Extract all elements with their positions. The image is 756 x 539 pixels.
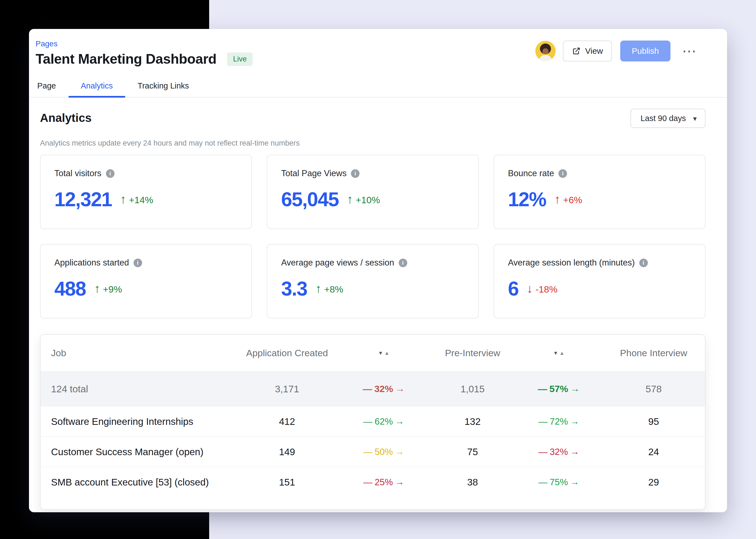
flow-arrow-icon: → [570,416,579,426]
section-title: Analytics [40,112,92,124]
section-subtitle: Analytics metrics update every 24 hours … [40,139,706,147]
more-menu-icon[interactable]: ⋯ [682,44,697,58]
header-actions: View Publish ⋯ [535,40,697,61]
view-button[interactable]: View [563,40,612,61]
table-row[interactable]: Software Engineering Internships 412 —62… [41,406,705,436]
trend-up-icon: ↑ [94,282,100,295]
info-icon[interactable]: i [106,169,115,178]
application-created-value: 149 [236,437,337,467]
sort-icon[interactable]: ▼▲ [516,335,602,371]
conversion-value: 32% [374,383,393,394]
conversion-cell: —32%→ [516,437,602,467]
conversion-value: 62% [375,416,393,427]
pre-interview-value: 132 [430,406,515,436]
metric-grid: Total visitors i 12,321 ↑ +14% Total Pag… [40,155,706,318]
metric-label: Total visitors [54,169,102,178]
conversion-cell: —57%→ [516,372,602,406]
conversion-cell: —75%→ [516,467,602,497]
metric-label: Average session length (minutes) [508,258,635,268]
flow-arrow-icon: → [570,383,580,394]
flow-arrow-icon: → [570,477,579,487]
info-icon[interactable]: i [639,259,648,267]
column-header-phone-interview[interactable]: Phone Interview [602,335,705,371]
conversion-cell: —25%→ [337,467,430,497]
app-window: Pages Talent Marketing Dashboard Live [29,29,727,512]
external-link-icon [572,46,581,55]
conversion-cell: —50%→ [337,437,430,467]
breadcrumb[interactable]: Pages [36,39,253,48]
date-range-select[interactable]: Last 90 days ▾ [630,109,706,128]
conversion-cell: —62%→ [337,406,430,436]
dash-glyph: — [538,383,547,394]
info-icon[interactable]: i [351,169,359,178]
analytics-section: Analytics Last 90 days ▾ Analytics metri… [29,98,727,510]
pre-interview-value: 38 [430,467,515,497]
total-phone-interview: 578 [602,372,705,406]
sort-desc-icon: ▼ [553,350,558,356]
metric-value: 65,045 [281,190,338,209]
column-header-pre-interview[interactable]: Pre-Interview [430,335,515,371]
conversion-value: 25% [375,477,393,488]
tab-page[interactable]: Page [30,76,68,97]
page-header: Pages Talent Marketing Dashboard Live [29,29,727,67]
metric-card-bounce-rate: Bounce rate i 12% ↑ +6% [494,155,706,229]
application-created-value: 412 [236,406,337,436]
avatar-image [535,41,556,61]
tab-bar: Page Analytics Tracking Links [29,76,727,98]
metric-delta: ↑ +10% [347,193,380,205]
caret-down-icon: ▾ [693,115,697,123]
delta-value: -18% [535,284,557,295]
tab-tracking-links[interactable]: Tracking Links [125,76,201,97]
dash-glyph: — [363,477,372,488]
table-header-row: Job Application Created ▼▲ Pre-Interview… [41,335,705,371]
conversion-cell: —32%→ [337,372,430,406]
info-icon[interactable]: i [134,259,142,267]
metric-label: Bounce rate [508,169,554,178]
dash-glyph: — [363,416,372,427]
section-head: Analytics Last 90 days ▾ [40,112,706,128]
pre-interview-value: 75 [430,437,515,467]
conversion-value: 72% [550,416,568,427]
info-icon[interactable]: i [399,259,407,267]
publish-button[interactable]: Publish [620,40,670,61]
flow-arrow-icon: → [395,416,404,426]
metric-value: 12,321 [54,190,112,209]
total-pre-interview: 1,015 [430,372,515,406]
table-row[interactable]: Customer Success Manager (open) 149 —50%… [41,436,705,467]
metric-delta: ↑ +14% [120,193,153,205]
metric-label: Average page views / session [281,258,394,268]
metric-label: Applications started [54,258,129,268]
page-title: Talent Marketing Dashboard [36,51,217,67]
info-icon[interactable]: i [558,169,567,178]
view-button-label: View [585,46,603,56]
job-name: SMB account Executive [53] (closed) [41,467,236,497]
trend-up-icon: ↑ [120,193,126,205]
dash-glyph: — [363,383,372,394]
metric-card-total-page-views: Total Page Views i 65,045 ↑ +10% [267,155,479,229]
metric-value: 12% [508,190,546,209]
job-name: Software Engineering Internships [41,406,236,436]
total-label: 124 total [41,372,236,406]
metric-card-total-visitors: Total visitors i 12,321 ↑ +14% [40,155,252,229]
metric-label: Total Page Views [281,169,346,178]
tab-analytics[interactable]: Analytics [68,76,125,97]
total-application-created: 3,171 [236,372,337,406]
sort-desc-icon: ▼ [378,350,383,356]
application-created-value: 151 [236,467,337,497]
conversion-value: 32% [550,447,568,457]
phone-interview-value: 95 [602,406,705,436]
conversion-cell: —72%→ [516,406,602,436]
sort-icon[interactable]: ▼▲ [337,335,430,371]
table-row[interactable]: SMB account Executive [53] (closed) 151 … [41,467,705,497]
table-total-row: 124 total 3,171 —32%→ 1,015 —57%→ 578 [41,371,705,406]
delta-value: +10% [356,194,380,205]
dash-glyph: — [538,447,547,457]
avatar[interactable] [535,41,556,61]
flow-arrow-icon: → [395,446,404,457]
metric-card-avg-page-views: Average page views / session i 3.3 ↑ +8% [267,244,479,318]
column-header-application-created[interactable]: Application Created [236,335,337,371]
metric-delta: ↑ +8% [315,282,343,295]
delta-value: +9% [103,284,122,295]
metric-delta: ↓ -18% [527,282,557,295]
header-left: Pages Talent Marketing Dashboard Live [36,38,253,67]
